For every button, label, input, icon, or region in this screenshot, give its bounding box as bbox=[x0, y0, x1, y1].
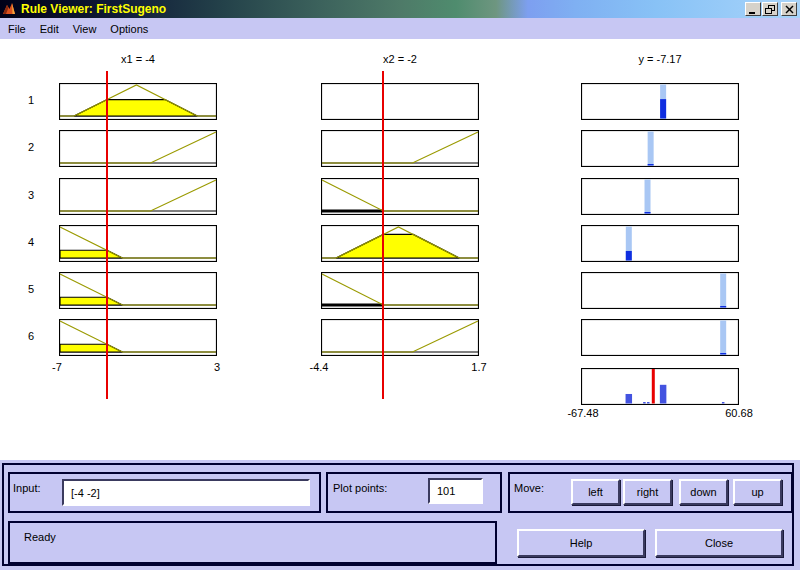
rule-number-6[interactable]: 6 bbox=[24, 330, 38, 342]
column-title-1: x1 = -4 bbox=[59, 53, 217, 65]
rule-number-3[interactable]: 3 bbox=[24, 189, 38, 201]
rule-number-1[interactable]: 1 bbox=[24, 94, 38, 106]
plot-col1-row5[interactable] bbox=[59, 272, 217, 309]
matlab-icon bbox=[2, 2, 16, 16]
plot-col1-row2[interactable] bbox=[59, 130, 217, 167]
input-label: Input: bbox=[13, 482, 41, 494]
menu-item-view[interactable]: View bbox=[67, 21, 103, 37]
menu-item-edit[interactable]: Edit bbox=[34, 21, 65, 37]
rule-number-4[interactable]: 4 bbox=[24, 236, 38, 248]
plot-col3-row4[interactable] bbox=[581, 225, 739, 262]
plot-col2-row2[interactable] bbox=[321, 130, 479, 167]
restore-button[interactable] bbox=[762, 2, 778, 16]
axis-max-col3: 60.68 bbox=[725, 407, 753, 419]
input-line-col2[interactable] bbox=[382, 71, 384, 399]
axis-max-col2: 1.7 bbox=[471, 361, 486, 373]
plot-col1-row4[interactable] bbox=[59, 225, 217, 262]
menubar: FileEditViewOptions bbox=[0, 18, 800, 39]
plot-col1-row6[interactable] bbox=[59, 319, 217, 356]
plot-col1-row3[interactable] bbox=[59, 178, 217, 215]
rule-viewer-window: Rule Viewer: FirstSugeno FileEditViewOpt… bbox=[0, 0, 800, 570]
column-title-2: x2 = -2 bbox=[321, 53, 479, 65]
plot-col3-row3[interactable] bbox=[581, 178, 739, 215]
plot-col2-row5[interactable] bbox=[321, 272, 479, 309]
rule-number-2[interactable]: 2 bbox=[24, 141, 38, 153]
plot-points-label: Plot points: bbox=[333, 482, 387, 494]
input-line-col1[interactable] bbox=[106, 71, 108, 399]
menu-item-file[interactable]: File bbox=[2, 21, 32, 37]
plot-col2-row1[interactable] bbox=[321, 83, 479, 120]
plot-col2-row3[interactable] bbox=[321, 178, 479, 215]
column-title-3: y = -7.17 bbox=[581, 53, 739, 65]
axis-min-col1: -7 bbox=[52, 361, 62, 373]
close-icon[interactable] bbox=[781, 2, 797, 16]
plot-points-field[interactable] bbox=[428, 478, 483, 504]
status-box: Ready bbox=[8, 521, 497, 564]
rule-number-5[interactable]: 5 bbox=[24, 283, 38, 295]
minimize-button[interactable] bbox=[745, 2, 761, 16]
move-down-button[interactable]: down bbox=[679, 479, 728, 505]
status-text: Ready bbox=[24, 531, 56, 543]
plot-col3-row6[interactable] bbox=[581, 319, 739, 356]
plot-col3-row2[interactable] bbox=[581, 130, 739, 167]
axis-max-col1: 3 bbox=[214, 361, 220, 373]
close-button[interactable]: Close bbox=[655, 529, 783, 557]
input-field[interactable] bbox=[62, 479, 310, 506]
plot-canvas: x1 = -4-73x2 = -2-4.41.7y = -7.17-67.486… bbox=[0, 39, 800, 460]
move-left-button[interactable]: left bbox=[571, 479, 620, 505]
titlebar: Rule Viewer: FirstSugeno bbox=[0, 0, 800, 18]
plot-col3-row5[interactable] bbox=[581, 272, 739, 309]
menu-item-options[interactable]: Options bbox=[104, 21, 154, 37]
plot-col3-row1[interactable] bbox=[581, 83, 739, 120]
help-button[interactable]: Help bbox=[517, 529, 645, 557]
axis-min-col3: -67.48 bbox=[567, 407, 598, 419]
plot-aggregate-output[interactable] bbox=[581, 368, 739, 405]
plot-col2-row6[interactable] bbox=[321, 319, 479, 356]
window-title: Rule Viewer: FirstSugeno bbox=[21, 2, 166, 16]
move-up-button[interactable]: up bbox=[733, 479, 782, 505]
plot-col1-row1[interactable] bbox=[59, 83, 217, 120]
move-right-button[interactable]: right bbox=[623, 479, 672, 505]
axis-min-col2: -4.4 bbox=[310, 361, 329, 373]
plot-col2-row4[interactable] bbox=[321, 225, 479, 262]
move-label: Move: bbox=[514, 482, 544, 494]
window-controls bbox=[744, 2, 797, 16]
